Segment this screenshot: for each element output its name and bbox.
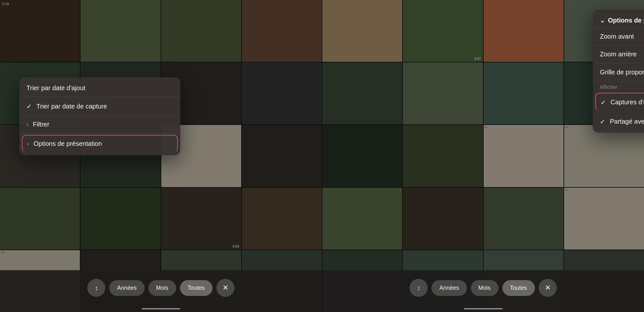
menu-item-zoom-out[interactable]: Zoom arrière ⊖ [593, 45, 644, 63]
home-indicator-right [464, 308, 503, 309]
captures-label: Captures d'écran [611, 99, 644, 106]
close-icon-right: ✕ [545, 284, 551, 292]
close-button-left[interactable]: ✕ [216, 279, 234, 297]
menu-item-options-label: Options de présentation [33, 140, 173, 147]
menu-item-partage[interactable]: ✓ Partagé avec vous [593, 112, 644, 131]
months-button-left[interactable]: Mois [148, 280, 176, 296]
menu-item-filtrer[interactable]: › Filtrer [19, 116, 180, 134]
left-panel: 0:18 doc 0:03 doc2 Trier par date d'ajo [0, 0, 322, 312]
grid-label: Grille de proportions [600, 69, 644, 76]
menu-item-trier-ajout[interactable]: Trier par date d'ajout [19, 79, 180, 97]
menu-header-label: Options de présentation [608, 17, 644, 24]
bottom-toolbar-right: ↕ Années Mois Toutes ✕ [322, 270, 644, 312]
all-label-right: Toutes [510, 285, 527, 291]
sort-button-left[interactable]: ↕ [87, 279, 105, 297]
dim-overlay [0, 0, 322, 312]
afficher-label: Afficher : [593, 82, 644, 91]
sort-icon-right: ↕ [417, 284, 420, 292]
all-button-left[interactable]: Toutes [180, 280, 213, 296]
arrow-right-icon: › [27, 140, 29, 147]
years-label-right: Années [439, 285, 459, 291]
menu-item-grid[interactable]: Grille de proportions [593, 63, 644, 82]
years-button-left[interactable]: Années [109, 280, 144, 296]
menu-item-trier-capture-label: Trier par date de capture [36, 103, 173, 110]
menu-item-zoom-in[interactable]: Zoom avant ⊕ [593, 28, 644, 45]
partage-label: Partagé avec vous [610, 118, 644, 125]
expand-icon: ⌄ [600, 17, 605, 24]
menu-item-trier-capture[interactable]: ✓ Trier par date de capture [19, 97, 180, 116]
menu-item-captures[interactable]: ✓ Captures d'écran [595, 93, 644, 111]
years-button-right[interactable]: Années [431, 280, 467, 296]
menu-item-options-presentation[interactable]: › Options de présentation [22, 135, 178, 152]
arrow-icon: › [26, 121, 28, 128]
all-label-left: Toutes [188, 285, 205, 291]
sort-button-right[interactable]: ↕ [410, 279, 428, 297]
menu-item-trier-ajout-label: Trier par date d'ajout [26, 84, 173, 92]
close-icon-left: ✕ [223, 284, 228, 292]
bottom-toolbar-left: ↕ Années Mois Toutes ✕ [0, 270, 322, 312]
sort-icon-left: ↕ [95, 284, 98, 292]
captures-check: ✓ [601, 99, 606, 106]
months-label-right: Mois [478, 285, 491, 291]
check-icon: ✓ [26, 102, 32, 110]
menu-item-filtrer-label: Filtrer [33, 121, 173, 128]
months-label-left: Mois [156, 285, 168, 291]
years-label-left: Années [117, 285, 137, 291]
close-button-right[interactable]: ✕ [539, 279, 557, 297]
menu-header-options[interactable]: ⌄ Options de présentation [593, 12, 644, 28]
context-menu-left: Trier par date d'ajout ✓ Trier par date … [19, 77, 180, 155]
context-menu-right: ⌄ Options de présentation Zoom avant ⊕ Z… [593, 10, 644, 133]
partage-check: ✓ [600, 118, 605, 126]
home-indicator-left [142, 308, 180, 309]
zoom-in-label: Zoom avant [600, 33, 644, 40]
months-button-right[interactable]: Mois [471, 280, 498, 296]
all-button-right[interactable]: Toutes [502, 280, 535, 296]
right-panel: 0:07 doc doc doc ⌄ Options de pré [322, 0, 644, 312]
zoom-out-label: Zoom arrière [600, 51, 644, 58]
